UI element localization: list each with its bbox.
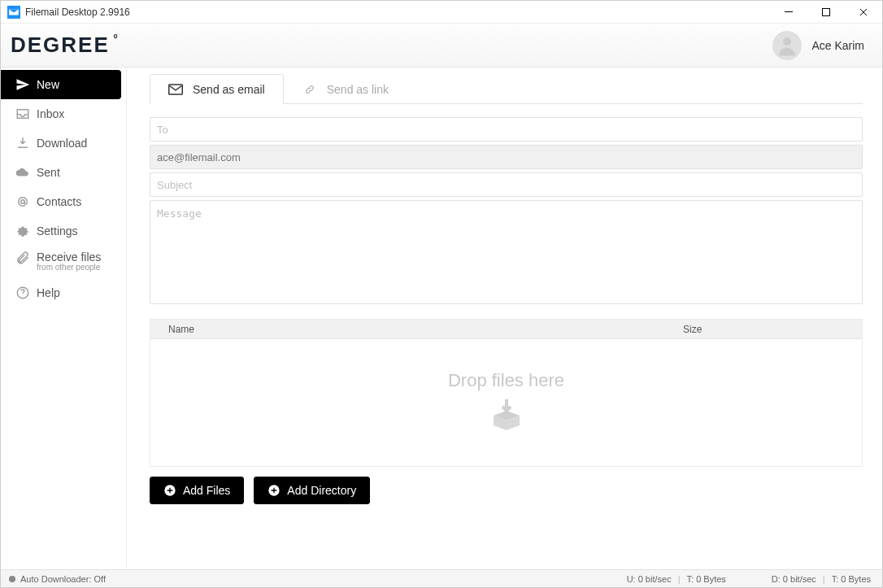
- svg-point-2: [783, 37, 791, 46]
- download-rate: D: 0 bit/sec: [772, 574, 816, 584]
- upload-rate: U: 0 bit/sec: [627, 574, 672, 584]
- upload-total: T: 0 Bytes: [687, 574, 726, 584]
- main: New Inbox Download Sent Contacts: [1, 68, 882, 569]
- subject-field[interactable]: [150, 172, 863, 197]
- sidebar: New Inbox Download Sent Contacts: [1, 68, 127, 569]
- at-icon: [15, 194, 37, 209]
- paperclip-icon: [15, 250, 37, 265]
- sidebar-label: Download: [37, 137, 87, 150]
- col-size: Size: [683, 324, 862, 335]
- minimize-button[interactable]: [770, 1, 807, 24]
- plus-circle-icon: [268, 484, 281, 497]
- paper-plane-icon: [15, 77, 37, 92]
- sidebar-item-contacts[interactable]: Contacts: [1, 187, 126, 216]
- sidebar-item-settings[interactable]: Settings: [1, 216, 126, 246]
- content: Send as email Send as link Name Size Dro…: [127, 68, 882, 569]
- svg-rect-1: [823, 8, 830, 15]
- col-name: Name: [150, 324, 683, 335]
- file-table-header: Name Size: [150, 320, 862, 339]
- to-field[interactable]: [150, 117, 863, 142]
- file-drop-body[interactable]: Drop files here: [150, 339, 862, 466]
- envelope-icon: [168, 84, 183, 95]
- button-label: Add Directory: [287, 484, 356, 497]
- header: DEGREE ° Ace Karim: [1, 24, 882, 68]
- sidebar-label: Settings: [37, 224, 78, 237]
- tab-label: Send as email: [193, 83, 265, 96]
- sidebar-item-download[interactable]: Download: [1, 128, 126, 158]
- file-drop-zone[interactable]: Name Size Drop files here: [150, 319, 863, 467]
- tab-send-email[interactable]: Send as email: [150, 74, 284, 104]
- button-label: Add Files: [183, 484, 230, 497]
- status-dot-icon: [9, 576, 15, 582]
- titlebar: Filemail Desktop 2.9916: [1, 1, 882, 24]
- username[interactable]: Ace Karim: [811, 39, 864, 52]
- from-field[interactable]: [150, 145, 863, 169]
- sidebar-label: Contacts: [37, 195, 81, 208]
- link-icon: [302, 84, 317, 95]
- sidebar-label: Help: [37, 286, 60, 299]
- window-title: Filemail Desktop 2.9916: [25, 7, 130, 18]
- sidebar-sublabel: from other people: [37, 264, 101, 272]
- separator: |: [823, 574, 825, 584]
- sidebar-label: Sent: [37, 166, 60, 179]
- close-button[interactable]: [845, 1, 882, 24]
- sidebar-item-new[interactable]: New: [1, 70, 121, 99]
- tab-label: Send as link: [327, 83, 389, 96]
- logo: DEGREE °: [11, 33, 110, 58]
- cloud-icon: [15, 165, 37, 180]
- add-directory-button[interactable]: Add Directory: [254, 477, 370, 504]
- download-icon: [15, 136, 37, 150]
- sidebar-item-sent[interactable]: Sent: [1, 158, 126, 187]
- auto-downloader-status: Auto Downloader: Off: [20, 574, 106, 584]
- send-mode-tabs: Send as email Send as link: [150, 74, 863, 104]
- tab-send-link[interactable]: Send as link: [284, 74, 407, 104]
- download-total: T: 0 Bytes: [832, 574, 871, 584]
- gear-icon: [15, 224, 37, 238]
- button-row: Add Files Add Directory: [150, 477, 863, 504]
- maximize-button[interactable]: [807, 1, 845, 24]
- avatar[interactable]: [772, 31, 802, 60]
- app-icon: [7, 6, 20, 19]
- plus-circle-icon: [163, 484, 176, 497]
- statusbar: Auto Downloader: Off U: 0 bit/sec | T: 0…: [1, 569, 882, 587]
- add-files-button[interactable]: Add Files: [150, 477, 244, 504]
- sidebar-item-inbox[interactable]: Inbox: [1, 99, 126, 128]
- degree-symbol: °: [113, 33, 120, 46]
- message-field[interactable]: [150, 200, 863, 304]
- inbox-icon: [15, 107, 37, 121]
- logo-text: DEGREE: [11, 33, 110, 57]
- help-icon: [15, 285, 37, 300]
- drop-text: Drop files here: [448, 370, 564, 391]
- box-arrow-icon: [487, 396, 526, 435]
- sidebar-label: New: [37, 78, 59, 91]
- separator: |: [678, 574, 681, 584]
- sidebar-label: Inbox: [37, 107, 64, 120]
- sidebar-item-help[interactable]: Help: [1, 278, 126, 307]
- sidebar-item-receive[interactable]: Receive files from other people: [1, 246, 126, 278]
- sidebar-label: Receive files: [37, 250, 101, 264]
- svg-rect-0: [785, 11, 793, 12]
